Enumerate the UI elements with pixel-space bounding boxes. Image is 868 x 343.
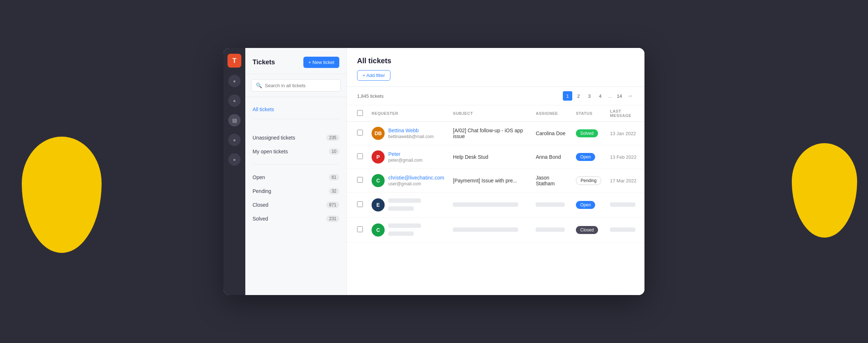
requester-name-0: Bettina Webb bbox=[388, 128, 434, 133]
app-window: T ● ● ▤ ● ● Tickets + New ticket 🔍 All t… bbox=[224, 48, 644, 295]
nav-icon-3[interactable]: ● bbox=[228, 134, 241, 146]
page-btn-1[interactable]: 1 bbox=[563, 91, 572, 101]
assignee-cell-1: Anna Bond bbox=[531, 145, 572, 169]
table-body: DB Bettina Webb bettinawebb@mail.com [A/… bbox=[347, 122, 644, 243]
bg-decoration-right bbox=[792, 143, 857, 238]
sidebar-count-closed: 871 bbox=[326, 202, 339, 208]
col-status: STATUS bbox=[572, 105, 606, 122]
tickets-count: 1,845 tickets bbox=[357, 93, 384, 99]
skeleton-email-3 bbox=[388, 206, 414, 211]
skeleton-name-4 bbox=[388, 223, 421, 228]
row-checkbox-0[interactable] bbox=[357, 130, 363, 136]
last-message-cell-2: 17 Mar 2022 bbox=[606, 169, 644, 193]
sidebar-item-all-tickets[interactable]: All tickets bbox=[245, 103, 347, 116]
row-checkbox-1[interactable] bbox=[357, 153, 363, 159]
assignee-cell-3 bbox=[531, 193, 572, 218]
last-message-cell-0: 13 Jan 2022 bbox=[606, 122, 644, 145]
requester-cell-3[interactable]: E bbox=[372, 198, 444, 212]
search-input[interactable] bbox=[265, 83, 336, 88]
subject-cell-2: [Paymemnt] Issue with pre... bbox=[449, 169, 531, 193]
sidebar-item-open[interactable]: Open 61 bbox=[245, 170, 347, 184]
status-badge-0: Solved bbox=[576, 129, 598, 137]
col-requester: REQUESTER bbox=[367, 105, 449, 122]
status-cell-4: Closed bbox=[572, 218, 606, 243]
page-btn-2[interactable]: 2 bbox=[574, 91, 583, 101]
sidebar-item-solved[interactable]: Solved 231 bbox=[245, 212, 347, 226]
sidebar-count-unassigned: 235 bbox=[326, 134, 339, 141]
skeleton-assignee-4 bbox=[536, 227, 565, 232]
last-message-cell-3 bbox=[606, 193, 644, 218]
sidebar-list-group2: Open 61 Pending 32 Closed 871 Solved 231 bbox=[245, 168, 347, 229]
avatar-1: P bbox=[372, 150, 385, 164]
add-filter-button[interactable]: + Add filter bbox=[357, 70, 390, 81]
avatar-4: C bbox=[372, 223, 385, 237]
last-message-cell-1: 13 Feb 2022 bbox=[606, 145, 644, 169]
main-title: All tickets bbox=[357, 57, 634, 65]
page-btn-14[interactable]: 14 bbox=[615, 91, 624, 101]
avatar-3: E bbox=[372, 198, 385, 211]
sidebar-item-label-solved: Solved bbox=[253, 216, 268, 222]
status-cell-3: Open bbox=[572, 193, 606, 218]
skeleton-subject-3 bbox=[453, 202, 518, 207]
avatar-2: C bbox=[372, 174, 385, 187]
filter-bar: + Add filter bbox=[357, 70, 634, 81]
sidebar-item-pending[interactable]: Pending 32 bbox=[245, 184, 347, 198]
row-checkbox-2[interactable] bbox=[357, 177, 363, 183]
sidebar-title: Tickets bbox=[253, 58, 275, 66]
status-cell-1: Open bbox=[572, 145, 606, 169]
sidebar-count-solved: 231 bbox=[326, 215, 339, 222]
requester-email-2: user@gmail.com bbox=[388, 181, 444, 186]
requester-email-1: peter@gmail.com bbox=[388, 158, 422, 163]
nav-icon-1[interactable]: ● bbox=[228, 75, 241, 87]
requester-cell-2[interactable]: C christie@livechatinc.com user@gmail.co… bbox=[372, 174, 444, 187]
new-ticket-button[interactable]: + New ticket bbox=[303, 57, 339, 68]
skeleton-subject-4 bbox=[453, 227, 518, 232]
status-cell-2: Pending bbox=[572, 169, 606, 193]
row-checkbox-4[interactable] bbox=[357, 226, 363, 232]
last-message-cell-4 bbox=[606, 218, 644, 243]
sidebar-item-label-my-open: My open tickets bbox=[253, 149, 288, 154]
status-badge-4: Closed bbox=[576, 226, 598, 234]
nav-icon-tickets[interactable]: ▤ bbox=[228, 114, 241, 126]
nav-icon-2[interactable]: ● bbox=[228, 94, 241, 107]
sidebar-item-my-open[interactable]: My open tickets 10 bbox=[245, 145, 347, 158]
requester-name-1: Peter bbox=[388, 151, 422, 157]
skeleton-date-4 bbox=[610, 227, 635, 232]
page-dots: ... bbox=[606, 93, 613, 99]
sidebar-divider-2 bbox=[253, 164, 339, 165]
subject-cell-3 bbox=[449, 193, 531, 218]
requester-cell-0[interactable]: DB Bettina Webb bettinawebb@mail.com bbox=[372, 127, 444, 140]
status-cell-0: Solved bbox=[572, 122, 606, 145]
sidebar-item-closed[interactable]: Closed 871 bbox=[245, 198, 347, 212]
assignee-cell-4 bbox=[531, 218, 572, 243]
table-row: P Peter peter@gmail.com Help Desk StudAn… bbox=[347, 145, 644, 169]
status-badge-2: Pending bbox=[576, 176, 601, 185]
sidebar-nav: All tickets bbox=[245, 97, 347, 128]
subject-cell-0: [A/02] Chat follow-up - iOS app issue bbox=[449, 122, 531, 145]
sidebar-item-label-pending: Pending bbox=[253, 188, 271, 194]
nav-icon-4[interactable]: ● bbox=[228, 153, 241, 166]
requester-info-0: Bettina Webb bettinawebb@mail.com bbox=[388, 128, 434, 139]
requester-cell-1[interactable]: P Peter peter@gmail.com bbox=[372, 150, 444, 164]
page-next-arrow[interactable]: → bbox=[626, 93, 634, 99]
subject-cell-1: Help Desk Stud bbox=[449, 145, 531, 169]
main-header: All tickets + Add filter bbox=[347, 48, 644, 87]
page-btn-4[interactable]: 4 bbox=[595, 91, 605, 101]
skeleton-name-3 bbox=[388, 198, 421, 203]
nav-bar: T ● ● ▤ ● ● bbox=[224, 48, 245, 295]
app-logo[interactable]: T bbox=[228, 54, 241, 68]
table-row: C christie@livechatinc.com user@gmail.co… bbox=[347, 169, 644, 193]
tickets-table: REQUESTER SUBJECT ASSIGNEE STATUS LAST M… bbox=[347, 105, 644, 243]
tickets-info-bar: 1,845 tickets 1 2 3 4 ... 14 → bbox=[347, 87, 644, 105]
sidebar-item-unassigned[interactable]: Unassigned tickets 235 bbox=[245, 131, 347, 145]
sidebar-item-label-open: Open bbox=[253, 174, 265, 180]
row-checkbox-3[interactable] bbox=[357, 201, 363, 207]
sidebar-count-pending: 32 bbox=[329, 188, 339, 194]
select-all-checkbox[interactable] bbox=[357, 110, 363, 116]
search-box: 🔍 bbox=[245, 74, 347, 97]
status-badge-1: Open bbox=[576, 153, 595, 161]
sidebar-count-my-open: 10 bbox=[329, 148, 339, 155]
page-btn-3[interactable]: 3 bbox=[585, 91, 594, 101]
requester-cell-4[interactable]: C bbox=[372, 223, 444, 237]
assignee-cell-2: Jason Statham bbox=[531, 169, 572, 193]
